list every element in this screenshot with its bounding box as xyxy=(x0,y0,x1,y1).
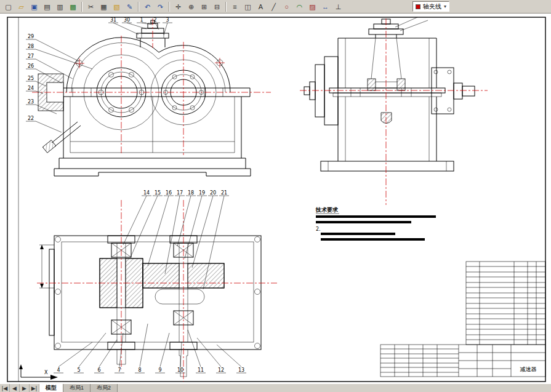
line-tool-icon[interactable]: ╱ xyxy=(267,1,280,12)
balloon-number: 9 xyxy=(158,367,161,373)
print-preview-icon[interactable]: ▥ xyxy=(54,1,66,12)
tab-nav-next[interactable]: ▶ xyxy=(20,384,30,392)
balloon-number: 1 xyxy=(140,17,143,23)
balloon-number: 19 xyxy=(199,190,205,196)
save-icon[interactable]: ▣ xyxy=(28,1,41,12)
plot-icon[interactable]: ▩ xyxy=(66,1,79,12)
balloon-number: 2 xyxy=(153,17,156,23)
zoom-previous-icon[interactable]: ⊟ xyxy=(211,1,223,12)
cut-icon[interactable]: ✂ xyxy=(84,1,97,12)
balloon-number: 29 xyxy=(28,34,34,39)
ortho-icon[interactable]: ⊥ xyxy=(332,1,345,12)
balloon-number: 17 xyxy=(177,190,183,196)
tab-layout2[interactable]: 布局2 xyxy=(90,384,118,392)
copy-icon[interactable]: ▦ xyxy=(97,1,110,12)
tab-model[interactable]: 模型 xyxy=(39,384,63,392)
balloon-number: 31 xyxy=(110,17,116,23)
statusbar: |◀ ◀ ▶ ▶| 模型 布局1 布局2 xyxy=(0,383,551,392)
balloon-number: 28 xyxy=(28,44,34,49)
format-painter-icon[interactable]: ✎ xyxy=(123,1,136,12)
balloon-number: 6 xyxy=(97,367,100,373)
text-style-icon[interactable]: A xyxy=(254,1,267,12)
dimension-tool-icon[interactable]: ↔ xyxy=(319,1,332,12)
tech-req-item-label: 2. xyxy=(316,226,321,232)
balloon-number: 7 xyxy=(118,367,121,373)
balloon-number: 30 xyxy=(124,17,130,23)
drawing-canvas[interactable]: 31 30 1 2 3 29 28 27 26 25 24 23 22 xyxy=(0,14,551,383)
main-toolbar: ▢ ▱ ▣ ▤ ▥ ▩ ✂ ▦ ▧ ✎ ↶ ↷ ✛ ⊕ ⊞ ⊟ ≡ ◫ A ╱ … xyxy=(0,0,551,14)
balloon-number: 3 xyxy=(166,17,169,23)
sheet-frame xyxy=(7,17,545,382)
tech-req-title: 技术要求 xyxy=(315,207,339,213)
balloon-number: 25 xyxy=(28,76,34,81)
redo-icon[interactable]: ↷ xyxy=(154,1,167,12)
parts-list-table xyxy=(466,262,545,345)
balloon-number: 15 xyxy=(155,190,161,196)
side-view xyxy=(300,17,488,205)
layer-color-swatch xyxy=(416,4,420,9)
balloon-number: 13 xyxy=(238,367,244,373)
balloon-number: 23 xyxy=(28,99,34,105)
balloon-number: 21 xyxy=(221,190,227,196)
balloon-number: 20 xyxy=(210,190,216,196)
balloon-number: 26 xyxy=(28,63,34,69)
balloon-number: 4 xyxy=(57,367,60,373)
layer-combo-value: 轴夹线 xyxy=(423,2,441,11)
zoom-realtime-icon[interactable]: ⊕ xyxy=(185,1,198,12)
zoom-window-icon[interactable]: ⊞ xyxy=(198,1,211,12)
circle-tool-icon[interactable]: ○ xyxy=(280,1,293,12)
toolbar-separator xyxy=(169,2,170,12)
chevron-down-icon[interactable]: ▾ xyxy=(444,4,446,9)
balloon-number: 12 xyxy=(218,367,224,373)
tab-nav-first[interactable]: |◀ xyxy=(0,384,10,392)
arc-tool-icon[interactable]: ◠ xyxy=(293,1,306,12)
undo-icon[interactable]: ↶ xyxy=(141,1,154,12)
balloon-number: 16 xyxy=(166,190,172,196)
balloon-number: 18 xyxy=(188,190,194,196)
balloon-number: 11 xyxy=(198,367,204,373)
paste-icon[interactable]: ▧ xyxy=(110,1,123,12)
balloon-number: 10 xyxy=(177,367,183,373)
balloon-number: 27 xyxy=(28,54,34,59)
front-view xyxy=(32,18,271,176)
ucs-x-label: X xyxy=(44,370,48,375)
toolbar-separator xyxy=(81,2,82,12)
tab-layout1[interactable]: 布局1 xyxy=(63,384,90,392)
balloon-number: 22 xyxy=(28,116,34,121)
pan-icon[interactable]: ✛ xyxy=(172,1,185,12)
print-icon[interactable]: ▤ xyxy=(41,1,54,12)
tab-nav-last[interactable]: ▶| xyxy=(30,384,39,392)
toolbar-separator xyxy=(138,2,139,12)
properties-icon[interactable]: ◫ xyxy=(241,1,254,12)
balloon-number: 8 xyxy=(138,367,141,373)
tab-nav-prev[interactable]: ◀ xyxy=(10,384,20,392)
title-block: 减速器 xyxy=(380,345,545,377)
new-file-icon[interactable]: ▢ xyxy=(2,1,15,12)
plan-view xyxy=(37,200,277,382)
drawing-area[interactable]: 31 30 1 2 3 29 28 27 26 25 24 23 22 xyxy=(0,14,551,383)
ucs-icon: X xyxy=(19,364,58,380)
open-folder-icon[interactable]: ▱ xyxy=(15,1,28,12)
balloon-number: 5 xyxy=(77,367,80,373)
product-name: 减速器 xyxy=(520,366,537,372)
tech-requirements: 技术要求 2. xyxy=(315,207,436,241)
hatch-tool-icon[interactable]: ▨ xyxy=(306,1,319,12)
layer-combo[interactable]: 轴夹线 ▾ xyxy=(412,1,449,12)
balloon-number: 14 xyxy=(143,190,150,196)
toolbar-separator xyxy=(225,2,227,12)
layers-icon[interactable]: ≡ xyxy=(228,1,241,12)
balloon-number: 24 xyxy=(28,86,34,91)
